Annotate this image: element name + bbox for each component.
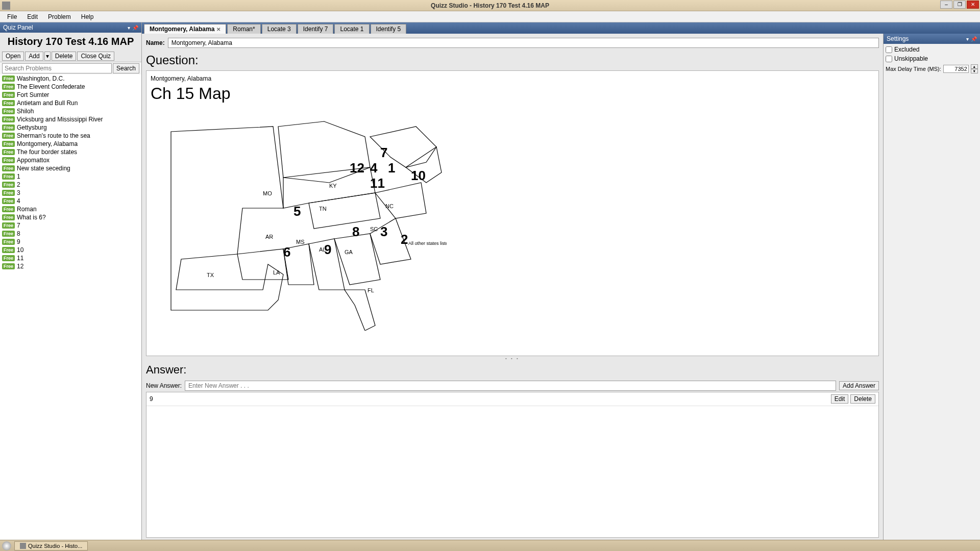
problem-item[interactable]: FreeShiloh (0, 107, 141, 115)
problem-list[interactable]: FreeWashington, D.C.FreeThe Elevent Conf… (0, 74, 141, 540)
problem-item-label: What is 6? (17, 214, 46, 221)
search-input[interactable] (2, 63, 112, 73)
problem-item[interactable]: Free11 (0, 254, 141, 262)
problem-item-label: Antietam and Bull Run (17, 99, 78, 107)
problem-item-label: Roman (17, 206, 37, 213)
problem-item[interactable]: Free3 (0, 189, 141, 197)
menu-edit[interactable]: Edit (22, 12, 43, 21)
unskippable-label: Unskippable (894, 55, 928, 62)
problem-item[interactable]: FreeVicksburg and Mississippi River (0, 115, 141, 123)
excluded-checkbox-row[interactable]: Excluded (886, 46, 978, 53)
problem-item[interactable]: Free1 (0, 172, 141, 181)
problem-item[interactable]: Free7 (0, 221, 141, 230)
edit-answer-button[interactable]: Edit (831, 394, 849, 404)
tab[interactable]: Locate 3 (262, 24, 297, 34)
max-delay-input[interactable] (943, 65, 969, 73)
problem-item-label: The four border states (17, 148, 77, 156)
map-num-3: 3 (380, 224, 387, 239)
unskippable-checkbox[interactable] (886, 56, 892, 62)
question-box[interactable]: Montgomery, Alabama Ch 15 Map (146, 70, 879, 356)
state-label-tx: TX (207, 272, 214, 278)
state-label-sc: SC (370, 226, 378, 232)
tab[interactable]: Identify 7 (298, 24, 334, 34)
problem-item[interactable]: FreeMontgomery, Alabama (0, 140, 141, 148)
vertical-splitter[interactable]: • • • (146, 356, 879, 360)
taskbar-item-quizz-studio[interactable]: Quizz Studio - Histo... (14, 541, 88, 550)
new-answer-label: New Answer: (146, 382, 182, 389)
problem-item[interactable]: FreeThe four border states (0, 148, 141, 156)
problem-item[interactable]: FreeNew state seceding (0, 164, 141, 172)
content-area: Montgomery, Alabama✕Roman*Locate 3Identi… (142, 22, 980, 540)
menu-problem[interactable]: Problem (43, 12, 76, 21)
map-note: All other states listed (408, 241, 447, 246)
problem-item-label: 9 (17, 238, 20, 245)
map-image: MO KY TN AR MS AL GA SC NC LA TX FL 1 (151, 106, 447, 331)
excluded-checkbox[interactable] (886, 46, 892, 53)
badge-free: Free (2, 141, 15, 147)
problem-item[interactable]: Free10 (0, 246, 141, 254)
problem-item[interactable]: FreeWhat is 6? (0, 213, 141, 221)
tab-label: Identify 7 (303, 26, 328, 33)
tab-label: Locate 1 (340, 26, 363, 33)
maximize-button[interactable]: ❐ (953, 1, 966, 9)
menu-file[interactable]: File (2, 12, 22, 21)
name-input[interactable] (168, 38, 879, 48)
problem-item[interactable]: FreeSherman's route to the sea (0, 132, 141, 140)
problem-item[interactable]: FreeThe Elevent Confederate (0, 83, 141, 91)
problem-item-label: Appomattox (17, 157, 50, 164)
tab-close-icon[interactable]: ✕ (216, 27, 220, 32)
problem-item[interactable]: Free12 (0, 262, 141, 270)
settings-panel: Settings ▾ 📌 Excluded Unskippable (883, 34, 980, 540)
problem-item[interactable]: FreeGettysburg (0, 123, 141, 132)
question-text: Montgomery, Alabama (151, 75, 874, 82)
delay-spin-down[interactable]: ▼ (971, 69, 978, 73)
settings-pin-icon[interactable]: 📌 (971, 36, 977, 42)
problem-item-label: Montgomery, Alabama (17, 140, 78, 147)
map-num-6: 6 (283, 244, 290, 260)
tab[interactable]: Identify 5 (371, 24, 407, 34)
badge-free: Free (2, 149, 15, 155)
badge-free: Free (2, 76, 15, 82)
problem-item[interactable]: FreeFort Sumter (0, 91, 141, 99)
close-quiz-button[interactable]: Close Quiz (77, 52, 114, 61)
tab[interactable]: Roman* (227, 24, 260, 34)
new-answer-input[interactable] (185, 381, 836, 391)
panel-pin-icon[interactable]: 📌 (132, 25, 138, 31)
close-button[interactable]: ✕ (967, 1, 979, 9)
problem-item[interactable]: Free8 (0, 230, 141, 238)
problem-item[interactable]: Free2 (0, 181, 141, 189)
add-button[interactable]: Add (25, 52, 43, 61)
map-num-10: 10 (411, 168, 426, 183)
badge-free: Free (2, 157, 15, 163)
problem-item[interactable]: Free9 (0, 238, 141, 246)
problem-item[interactable]: FreeAppomattox (0, 156, 141, 164)
answer-list: 9EditDelete (146, 392, 879, 538)
badge-free: Free (2, 222, 15, 229)
unskippable-checkbox-row[interactable]: Unskippable (886, 55, 978, 62)
problem-item-label: Shiloh (17, 108, 34, 115)
quiz-panel-header: Quiz Panel ▾ 📌 (0, 22, 141, 33)
editor-main: Name: Question: Montgomery, Alabama Ch 1… (142, 34, 883, 540)
problem-item[interactable]: Free4 (0, 197, 141, 205)
search-button[interactable]: Search (113, 63, 139, 73)
problem-item[interactable]: FreeWashington, D.C. (0, 74, 141, 83)
problem-item[interactable]: FreeRoman (0, 205, 141, 213)
add-dropdown-button[interactable]: ▾ (44, 52, 51, 61)
tab[interactable]: Locate 1 (334, 24, 369, 34)
map-title: Ch 15 Map (151, 84, 874, 103)
tab[interactable]: Montgomery, Alabama✕ (144, 24, 226, 34)
add-answer-button[interactable]: Add Answer (839, 381, 879, 390)
minimize-button[interactable]: – (940, 1, 952, 9)
delete-button[interactable]: Delete (52, 52, 77, 61)
panel-dropdown-icon[interactable]: ▾ (128, 25, 130, 31)
delay-spin-up[interactable]: ▲ (971, 64, 978, 69)
answer-text: 9 (150, 395, 153, 403)
start-button[interactable] (2, 541, 11, 550)
open-button[interactable]: Open (2, 52, 24, 61)
delete-answer-button[interactable]: Delete (850, 394, 875, 404)
taskbar-item-label: Quizz Studio - Histo... (28, 543, 82, 549)
menu-help[interactable]: Help (76, 12, 99, 21)
problem-item[interactable]: FreeAntietam and Bull Run (0, 99, 141, 107)
settings-title: Settings (887, 35, 909, 42)
settings-dropdown-icon[interactable]: ▾ (966, 36, 969, 42)
